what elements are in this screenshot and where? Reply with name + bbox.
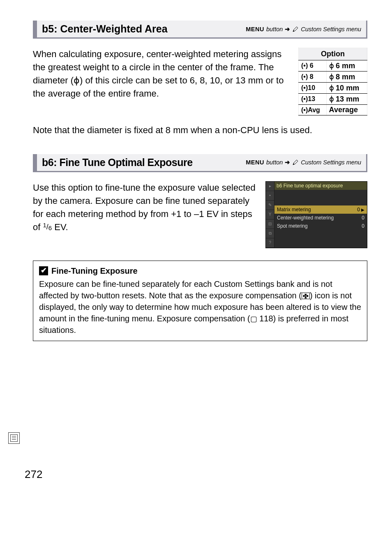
b5-options-table: Option (•) 6ϕ 6 mm(•) 8ϕ 8 mm(•)10ϕ 10 m… — [298, 48, 367, 115]
page-ref: 118 — [257, 314, 273, 323]
lcd-main: b6 Fine tune optimal exposure Matrix met… — [274, 182, 367, 248]
option-code: (•)10 — [299, 83, 327, 94]
lcd-tab-icon: Y — [266, 210, 274, 219]
option-value: ϕ 6 mm — [326, 60, 367, 72]
button-word: button — [266, 159, 283, 166]
arrow-right-icon: ➜ — [285, 159, 290, 166]
option-row: (•) 6ϕ 6 mm — [299, 60, 367, 72]
options-header: Option — [299, 48, 367, 60]
lcd-row-value-group: 0 — [362, 215, 364, 221]
lcd-tab-icon: • — [266, 191, 274, 201]
section-breadcrumb-b5: MENU button ➜ Custom Settings menu — [246, 26, 361, 32]
menu-name: Custom Settings menu — [301, 26, 361, 32]
option-value: ϕ 13 mm — [326, 94, 367, 105]
b5-body-row: When calculating exposure, center-weight… — [33, 48, 367, 115]
option-row: (•)10ϕ 10 mm — [299, 83, 367, 94]
b5-note: Note that the diameter is fixed at 8 mm … — [33, 124, 367, 137]
lcd-tab-icon: ⧉ — [266, 229, 274, 238]
manual-page: b5: Center-Weighted Area MENU button ➜ C… — [0, 0, 392, 493]
menu-label: MENU — [246, 26, 264, 32]
lcd-row: Center-weighted metering0 — [274, 214, 367, 222]
option-value: Average — [326, 105, 367, 115]
lcd-blank — [274, 190, 367, 205]
b5-body-text: When calculating exposure, center-weight… — [33, 48, 289, 100]
menu-name: Custom Settings menu — [301, 159, 361, 166]
page-number: 272 — [25, 468, 42, 481]
b6-body-text: Use this option to fine-tune the exposur… — [33, 181, 257, 234]
option-row: (•)AvgAverage — [299, 105, 367, 115]
list-icon — [10, 434, 18, 442]
section-title-b6: b6: Fine Tune Optimal Exposure — [42, 157, 193, 168]
lcd-row-value-group: 0 — [362, 223, 364, 229]
button-word: button — [266, 26, 283, 32]
page-reference-icon: ▢ — [250, 315, 257, 323]
option-value: ϕ 10 mm — [326, 83, 367, 94]
pencil-icon — [292, 159, 299, 166]
lcd-row-value-group: 0▶ — [357, 207, 364, 212]
option-value: ϕ 8 mm — [326, 72, 367, 83]
chevron-right-icon: ▶ — [361, 208, 364, 212]
section-breadcrumb-b6: MENU button ➜ Custom Settings menu — [246, 159, 361, 166]
info-body: Exposure can be fine-tuned separately fo… — [39, 278, 361, 336]
lcd-tab-icon: ⊟ — [266, 219, 274, 229]
fraction-denominator: 6 — [48, 224, 52, 231]
check-icon: ✔ — [39, 266, 48, 275]
option-code: (•)13 — [299, 94, 327, 105]
menu-label: MENU — [246, 159, 264, 166]
lcd-tab-icon: ▸ — [266, 182, 274, 191]
info-heading: Fine-Tuning Exposure — [51, 265, 138, 277]
option-row: (•) 8ϕ 8 mm — [299, 72, 367, 83]
lcd-layout: ▸ • ✎ Y ⊟ ⧉ ? b6 Fine tune optimal expos… — [266, 182, 367, 248]
option-code: (•) 8 — [299, 72, 327, 83]
lcd-spacer — [274, 230, 367, 242]
section-header-b6: b6: Fine Tune Optimal Exposure MENU butt… — [33, 154, 367, 172]
option-row: (•)13ϕ 13 mm — [299, 94, 367, 105]
lcd-tab-icon: ✎ — [266, 201, 274, 210]
lcd-row-value: 0 — [362, 223, 364, 229]
lcd-row-label: Matrix metering — [277, 207, 311, 212]
option-code: (•)Avg — [299, 105, 327, 115]
lcd-row-value: 0 — [357, 207, 360, 212]
fraction-one-sixth: 1/6 — [43, 224, 52, 231]
info-box-fine-tuning: ✔ Fine-Tuning Exposure Exposure can be f… — [33, 261, 367, 341]
lcd-row: Spot metering0 — [274, 222, 367, 230]
camera-lcd-preview: ▸ • ✎ Y ⊟ ⧉ ? b6 Fine tune optimal expos… — [265, 181, 367, 248]
option-code: (•) 6 — [299, 60, 327, 72]
section-header-b5: b5: Center-Weighted Area MENU button ➜ C… — [33, 21, 367, 39]
b6-text-post: EV. — [52, 222, 68, 232]
info-text-1: Exposure can be fine-tuned separately fo… — [39, 279, 332, 300]
lcd-tab-icon: ? — [266, 238, 274, 248]
lcd-row-label: Spot metering — [277, 223, 308, 229]
exposure-compensation-icon: ⧾ — [302, 293, 310, 299]
lcd-title: b6 Fine tune optimal exposure — [274, 182, 367, 190]
lcd-row: Matrix metering0▶ — [274, 205, 367, 214]
lcd-side-tabs: ▸ • ✎ Y ⊟ ⧉ ? — [266, 182, 274, 248]
section-title-b5: b5: Center-Weighted Area — [42, 23, 168, 35]
pencil-icon — [292, 26, 299, 32]
margin-menu-icon — [8, 432, 20, 444]
b6-body-row: Use this option to fine-tune the exposur… — [33, 181, 367, 248]
fraction-numerator: 1 — [43, 222, 46, 228]
arrow-right-icon: ➜ — [285, 26, 290, 32]
lcd-row-label: Center-weighted metering — [277, 215, 334, 221]
lcd-row-value: 0 — [362, 215, 364, 221]
info-heading-row: ✔ Fine-Tuning Exposure — [39, 265, 361, 277]
